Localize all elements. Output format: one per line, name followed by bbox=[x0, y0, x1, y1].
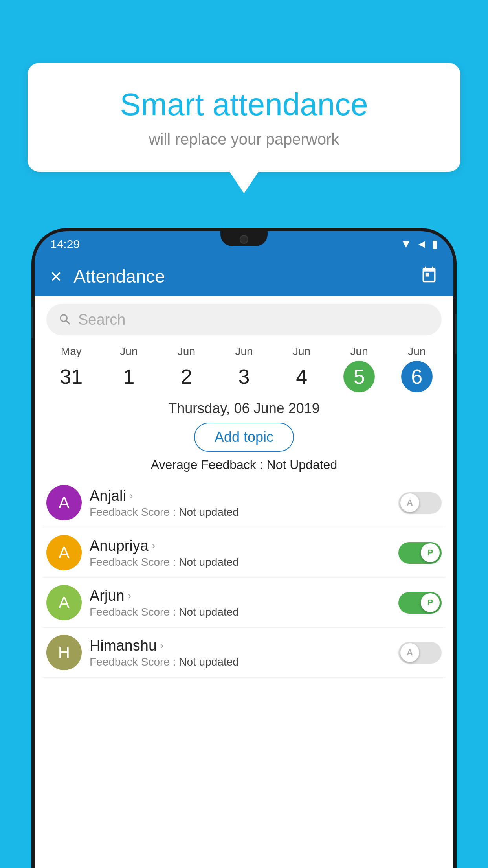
student-item[interactable]: AArjun ›Feedback Score : Not updatedP bbox=[42, 578, 446, 628]
toggle-knob: A bbox=[400, 643, 419, 662]
calendar-strip: May31Jun1Jun2Jun3Jun4Jun5Jun6 bbox=[35, 341, 453, 396]
header-title: Attendance bbox=[73, 266, 420, 287]
cal-month-label: Jun bbox=[273, 345, 330, 358]
cal-day-number: 1 bbox=[113, 361, 145, 392]
calendar-icon[interactable] bbox=[420, 266, 438, 287]
battery-icon: ▮ bbox=[432, 237, 438, 250]
cal-day-number: 5 bbox=[343, 361, 375, 392]
bubble-title: Smart attendance bbox=[59, 86, 429, 123]
phone-inner: 14:29 ▼ ◄ ▮ × Attendance bbox=[35, 231, 453, 868]
speech-bubble-container: Smart attendance will replace your paper… bbox=[28, 63, 460, 172]
calendar-day[interactable]: Jun2 bbox=[158, 345, 215, 392]
chevron-icon: › bbox=[152, 539, 155, 552]
cal-month-label: Jun bbox=[100, 345, 158, 358]
close-button[interactable]: × bbox=[50, 265, 62, 288]
student-info: Himanshu ›Feedback Score : Not updated bbox=[90, 637, 391, 668]
student-name: Anupriya › bbox=[90, 537, 391, 554]
student-feedback: Feedback Score : Not updated bbox=[90, 556, 391, 568]
search-placeholder: Search bbox=[78, 311, 125, 328]
student-info: Arjun ›Feedback Score : Not updated bbox=[90, 587, 391, 618]
avg-feedback-label: Average Feedback : bbox=[151, 458, 267, 472]
screen-content: × Attendance Search bbox=[35, 257, 453, 868]
student-feedback: Feedback Score : Not updated bbox=[90, 606, 391, 618]
calendar-day[interactable]: May31 bbox=[42, 345, 100, 392]
search-icon bbox=[58, 313, 72, 327]
student-name: Himanshu › bbox=[90, 637, 391, 654]
app-content: Search May31Jun1Jun2Jun3Jun4Jun5Jun6 Thu… bbox=[35, 296, 453, 868]
cal-day-number: 6 bbox=[401, 361, 433, 392]
toggle-switch[interactable]: A bbox=[398, 492, 442, 514]
date-display: Thursday, 06 June 2019 bbox=[35, 400, 453, 417]
toggle-switch[interactable]: A bbox=[398, 642, 442, 664]
add-topic-button[interactable]: Add topic bbox=[194, 423, 294, 452]
wifi-icon: ▼ bbox=[401, 238, 412, 250]
phone-side-pwr bbox=[455, 314, 457, 354]
student-avatar: H bbox=[46, 635, 82, 670]
cal-month-label: May bbox=[42, 345, 100, 358]
toggle-knob: P bbox=[421, 543, 440, 562]
phone-side-vol bbox=[31, 307, 33, 338]
chevron-icon: › bbox=[129, 489, 133, 502]
attendance-toggle[interactable]: A bbox=[398, 642, 442, 664]
student-feedback: Feedback Score : Not updated bbox=[90, 656, 391, 668]
cal-month-label: Jun bbox=[215, 345, 273, 358]
cal-month-label: Jun bbox=[158, 345, 215, 358]
toggle-knob: A bbox=[400, 493, 419, 512]
cal-day-number: 4 bbox=[286, 361, 317, 392]
calendar-day[interactable]: Jun1 bbox=[100, 345, 158, 392]
avg-feedback-value: Not Updated bbox=[267, 458, 338, 472]
student-name: Arjun › bbox=[90, 587, 391, 604]
notch-camera bbox=[240, 235, 248, 244]
toggle-switch[interactable]: P bbox=[398, 542, 442, 564]
status-icons: ▼ ◄ ▮ bbox=[401, 237, 438, 250]
student-item[interactable]: AAnjali ›Feedback Score : Not updatedA bbox=[42, 478, 446, 528]
status-bar: 14:29 ▼ ◄ ▮ bbox=[35, 231, 453, 257]
cal-month-label: Jun bbox=[330, 345, 388, 358]
cal-day-number: 2 bbox=[171, 361, 202, 392]
student-info: Anjali ›Feedback Score : Not updated bbox=[90, 487, 391, 519]
cal-day-number: 3 bbox=[228, 361, 260, 392]
student-item[interactable]: AAnupriya ›Feedback Score : Not updatedP bbox=[42, 528, 446, 578]
calendar-day[interactable]: Jun3 bbox=[215, 345, 273, 392]
signal-icon: ◄ bbox=[416, 238, 427, 250]
student-list: AAnjali ›Feedback Score : Not updatedAAA… bbox=[35, 478, 453, 678]
student-avatar: A bbox=[46, 535, 82, 570]
speech-bubble: Smart attendance will replace your paper… bbox=[28, 63, 460, 172]
calendar-day[interactable]: Jun5 bbox=[330, 345, 388, 392]
calendar-day[interactable]: Jun4 bbox=[273, 345, 330, 392]
search-bar[interactable]: Search bbox=[46, 304, 442, 335]
chevron-icon: › bbox=[160, 639, 163, 652]
app-header: × Attendance bbox=[35, 257, 453, 296]
calendar-day[interactable]: Jun6 bbox=[388, 345, 446, 392]
attendance-toggle[interactable]: A bbox=[398, 492, 442, 514]
student-feedback: Feedback Score : Not updated bbox=[90, 506, 391, 519]
student-avatar: A bbox=[46, 485, 82, 520]
student-item[interactable]: HHimanshu ›Feedback Score : Not updatedA bbox=[42, 628, 446, 678]
attendance-toggle[interactable]: P bbox=[398, 542, 442, 564]
attendance-toggle[interactable]: P bbox=[398, 592, 442, 614]
notch bbox=[220, 231, 268, 246]
student-avatar: A bbox=[46, 585, 82, 620]
cal-day-number: 31 bbox=[55, 361, 87, 392]
average-feedback: Average Feedback : Not Updated bbox=[35, 458, 453, 472]
student-name: Anjali › bbox=[90, 487, 391, 504]
toggle-switch[interactable]: P bbox=[398, 592, 442, 614]
student-info: Anupriya ›Feedback Score : Not updated bbox=[90, 537, 391, 568]
cal-month-label: Jun bbox=[388, 345, 446, 358]
chevron-icon: › bbox=[128, 589, 131, 602]
bubble-subtitle: will replace your paperwork bbox=[59, 131, 429, 148]
status-time: 14:29 bbox=[50, 237, 80, 251]
toggle-knob: P bbox=[421, 593, 440, 612]
phone-frame: 14:29 ▼ ◄ ▮ × Attendance bbox=[31, 228, 457, 868]
